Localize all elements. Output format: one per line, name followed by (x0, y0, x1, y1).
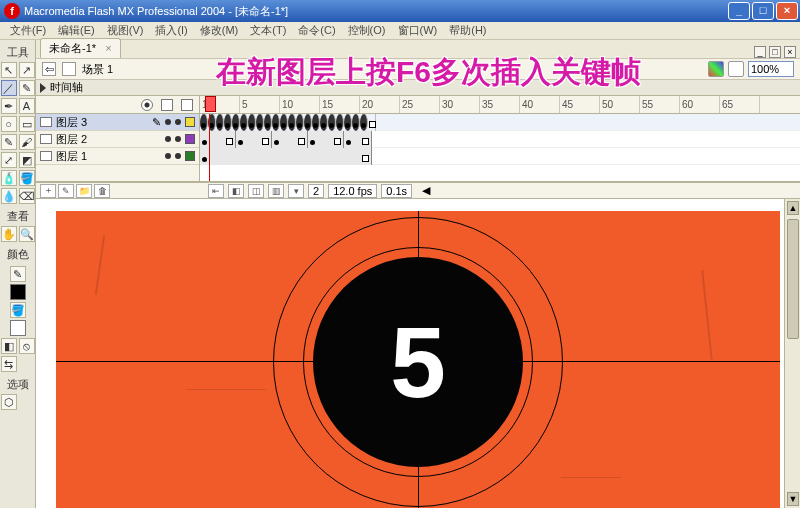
tracks-area[interactable] (200, 114, 800, 181)
keyframe[interactable] (344, 114, 352, 131)
layer-outline-color[interactable] (185, 117, 195, 127)
menu-help[interactable]: 帮助(H) (445, 22, 490, 39)
keyframe[interactable] (328, 114, 336, 131)
ink-bottle-tool[interactable]: 🧴 (1, 170, 17, 186)
keyframe[interactable] (312, 114, 320, 131)
layer-visibility[interactable] (165, 153, 171, 159)
modify-onion-markers-button[interactable]: ▾ (288, 184, 304, 198)
layer-visibility[interactable] (165, 119, 171, 125)
frame-span[interactable] (272, 131, 308, 148)
layer-name[interactable]: 图层 2 (56, 132, 161, 147)
default-colors-button[interactable]: ◧ (1, 338, 17, 354)
keyframe[interactable] (296, 114, 304, 131)
scene-back-button[interactable]: ⇦ (42, 62, 56, 76)
menu-window[interactable]: 窗口(W) (394, 22, 442, 39)
oval-tool[interactable]: ○ (1, 116, 17, 132)
layer-row-1[interactable]: 图层 1 (36, 148, 199, 165)
frame-span[interactable] (236, 131, 272, 148)
lasso-tool[interactable]: ✎ (19, 80, 35, 96)
snap-option[interactable]: ⬡ (1, 394, 17, 410)
scroll-thumb[interactable] (787, 219, 799, 339)
ruler-tick[interactable]: 5 (240, 96, 280, 113)
menu-control[interactable]: 控制(O) (344, 22, 390, 39)
scroll-up-button[interactable]: ▲ (787, 201, 799, 215)
track-layer-3[interactable] (200, 114, 800, 131)
keyframe[interactable] (240, 114, 248, 131)
free-transform-tool[interactable]: ⤢ (1, 152, 17, 168)
onion-skin-outline-button[interactable]: ◫ (248, 184, 264, 198)
menu-text[interactable]: 文本(T) (246, 22, 290, 39)
frame-span[interactable] (200, 131, 236, 148)
onion-skin-button[interactable]: ◧ (228, 184, 244, 198)
layer-outline-color[interactable] (185, 134, 195, 144)
layer-lock[interactable] (175, 153, 181, 159)
keyframe[interactable] (256, 114, 264, 131)
rect-tool[interactable]: ▭ (19, 116, 35, 132)
ruler-tick[interactable]: 25 (400, 96, 440, 113)
paint-bucket-tool[interactable]: 🪣 (19, 170, 35, 186)
keyframe[interactable] (352, 114, 360, 131)
layer-row-2[interactable]: 图层 2 (36, 131, 199, 148)
keyframe[interactable] (272, 114, 280, 131)
layer-visibility[interactable] (165, 136, 171, 142)
swap-colors-button[interactable]: ⇆ (1, 356, 17, 372)
vertical-scrollbar[interactable]: ▲ ▼ (784, 199, 800, 508)
keyframe[interactable] (368, 114, 376, 131)
ruler-tick[interactable]: 20 (360, 96, 400, 113)
keyframe[interactable] (216, 114, 224, 131)
track-layer-2[interactable] (200, 131, 800, 148)
scene-name[interactable]: 场景 1 (82, 62, 113, 77)
ruler-tick[interactable]: 65 (720, 96, 760, 113)
keyframe[interactable] (320, 114, 328, 131)
eraser-tool[interactable]: ⌫ (19, 188, 35, 204)
scroll-down-button[interactable]: ▼ (787, 492, 799, 506)
line-tool[interactable]: ／ (1, 80, 17, 96)
mdi-restore-button[interactable]: □ (769, 46, 781, 58)
menu-commands[interactable]: 命令(C) (294, 22, 339, 39)
new-folder-button[interactable]: 📁 (76, 184, 92, 198)
layer-outline-color[interactable] (185, 151, 195, 161)
new-layer-button[interactable]: ＋ (40, 184, 56, 198)
keyframe[interactable] (232, 114, 240, 131)
document-tab-close[interactable]: × (105, 42, 111, 54)
keyframe[interactable] (280, 114, 288, 131)
arrow-tool[interactable]: ↖ (1, 62, 17, 78)
pen-tool[interactable]: ✒ (1, 98, 17, 114)
stage-viewport[interactable]: 5 ▲ ▼ (36, 198, 800, 508)
ruler-tick[interactable]: 15 (320, 96, 360, 113)
subselect-tool[interactable]: ↗ (19, 62, 35, 78)
center-frame-button[interactable]: ⇤ (208, 184, 224, 198)
menu-file[interactable]: 文件(F) (6, 22, 50, 39)
layer-name[interactable]: 图层 1 (56, 149, 161, 164)
keyframe[interactable] (264, 114, 272, 131)
menu-edit[interactable]: 编辑(E) (54, 22, 99, 39)
fill-color-swatch[interactable] (10, 320, 26, 336)
no-color-button[interactable]: ⦸ (19, 338, 35, 354)
track-layer-1[interactable] (200, 148, 800, 165)
menu-insert[interactable]: 插入(I) (151, 22, 191, 39)
document-tab[interactable]: 未命名-1* × (40, 38, 121, 58)
timeline-scroll-left[interactable]: ◀ (422, 184, 430, 197)
layer-row-3[interactable]: 图层 3 ✎ (36, 114, 199, 131)
frame-span[interactable] (308, 131, 344, 148)
fill-transform-tool[interactable]: ◩ (19, 152, 35, 168)
new-guide-layer-button[interactable]: ✎ (58, 184, 74, 198)
text-tool[interactable]: A (19, 98, 35, 114)
keyframe[interactable] (336, 114, 344, 131)
timeline-header[interactable]: 时间轴 (36, 80, 800, 96)
hand-tool[interactable]: ✋ (1, 226, 17, 242)
menu-modify[interactable]: 修改(M) (196, 22, 243, 39)
stage-canvas[interactable]: 5 (56, 211, 780, 508)
keyframe[interactable] (304, 114, 312, 131)
ruler-tick[interactable]: 45 (560, 96, 600, 113)
keyframe[interactable] (360, 114, 368, 131)
lock-column-icon[interactable] (161, 99, 173, 111)
stroke-color-swatch[interactable] (10, 284, 26, 300)
ruler-tick[interactable]: 40 (520, 96, 560, 113)
timeline-collapse-icon[interactable] (40, 83, 46, 93)
ruler-tick[interactable]: 55 (640, 96, 680, 113)
keyframe[interactable] (288, 114, 296, 131)
pencil-tool[interactable]: ✎ (1, 134, 17, 150)
delete-layer-button[interactable]: 🗑 (94, 184, 110, 198)
ruler-tick[interactable]: 50 (600, 96, 640, 113)
